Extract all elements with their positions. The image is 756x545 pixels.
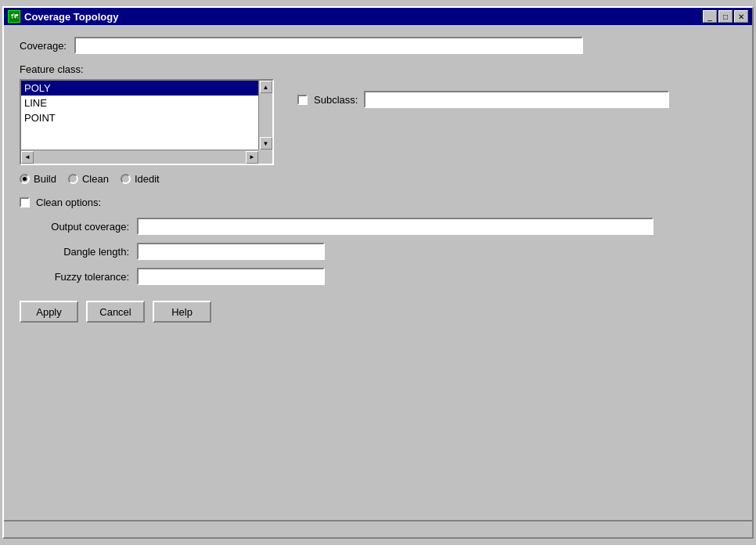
feature-class-section: Feature class: POLY LINE POINT ▲ ▼ xyxy=(20,63,736,165)
minimize-button[interactable]: _ xyxy=(703,10,717,23)
list-item-line[interactable]: LINE xyxy=(21,96,272,110)
clean-options-row: Clean options: xyxy=(20,197,736,208)
subclass-input[interactable] xyxy=(364,91,669,108)
coverage-input[interactable] xyxy=(74,37,583,54)
status-bar xyxy=(4,520,752,537)
dangle-length-label: Dangle length: xyxy=(20,246,129,258)
fuzzy-tolerance-input[interactable] xyxy=(137,268,325,285)
title-bar: 🗺 Coverage Topology _ □ ✕ xyxy=(4,8,752,25)
window-icon: 🗺 xyxy=(8,10,20,23)
radio-build[interactable]: Build xyxy=(20,173,56,185)
horizontal-scrollbar[interactable]: ◄ ► xyxy=(21,150,258,164)
dangle-length-row: Dangle length: xyxy=(20,243,736,260)
radio-idedit-button[interactable] xyxy=(121,174,131,184)
radio-build-label: Build xyxy=(34,173,56,185)
radio-build-button[interactable] xyxy=(20,174,30,184)
clean-options-checkbox[interactable] xyxy=(20,197,30,208)
feature-class-row: POLY LINE POINT ▲ ▼ ◄ ► xyxy=(20,79,736,165)
help-button[interactable]: Help xyxy=(153,301,211,323)
output-coverage-row: Output coverage: xyxy=(20,218,736,235)
fuzzy-tolerance-label: Fuzzy tolerance: xyxy=(20,271,129,283)
list-item-point[interactable]: POINT xyxy=(21,110,272,125)
radio-clean-label: Clean xyxy=(82,173,109,185)
subclass-section: Subclass: xyxy=(297,79,669,108)
maximize-button[interactable]: □ xyxy=(718,10,733,23)
title-bar-left: 🗺 Coverage Topology xyxy=(8,10,118,23)
feature-class-label: Feature class: xyxy=(20,63,736,75)
form-content: Coverage: Feature class: POLY LINE POINT… xyxy=(4,25,752,334)
dangle-length-input[interactable] xyxy=(137,243,325,260)
output-coverage-input[interactable] xyxy=(137,218,653,235)
subclass-checkbox[interactable] xyxy=(297,95,308,105)
title-buttons: _ □ ✕ xyxy=(703,10,748,23)
radio-clean[interactable]: Clean xyxy=(68,173,109,185)
clean-options-label: Clean options: xyxy=(36,197,101,208)
apply-button[interactable]: Apply xyxy=(20,301,78,323)
subclass-label: Subclass: xyxy=(314,94,358,106)
coverage-row: Coverage: xyxy=(20,37,736,54)
listbox-items: POLY LINE POINT xyxy=(21,81,272,150)
radio-idedit[interactable]: Idedit xyxy=(121,173,160,185)
output-coverage-label: Output coverage: xyxy=(20,221,129,233)
buttons-row: Apply Cancel Help xyxy=(20,301,736,323)
subclass-row: Subclass: xyxy=(297,91,669,108)
close-button[interactable]: ✕ xyxy=(734,10,748,23)
scroll-down-button[interactable]: ▼ xyxy=(260,137,272,150)
list-item-poly[interactable]: POLY xyxy=(21,81,272,96)
vertical-scrollbar[interactable]: ▲ ▼ xyxy=(258,81,272,150)
radio-idedit-label: Idedit xyxy=(135,173,160,185)
radio-row: Build Clean Idedit xyxy=(20,173,736,185)
coverage-label: Coverage: xyxy=(20,40,67,52)
scroll-right-button[interactable]: ► xyxy=(246,151,258,164)
cancel-button[interactable]: Cancel xyxy=(86,301,145,323)
scroll-left-button[interactable]: ◄ xyxy=(21,151,34,164)
feature-class-listbox[interactable]: POLY LINE POINT ▲ ▼ ◄ ► xyxy=(20,79,274,165)
fuzzy-tolerance-row: Fuzzy tolerance: xyxy=(20,268,736,285)
scrollbar-corner xyxy=(258,150,272,164)
main-window: 🗺 Coverage Topology _ □ ✕ Coverage: Feat… xyxy=(2,6,754,539)
window-title: Coverage Topology xyxy=(24,11,118,23)
scroll-up-button[interactable]: ▲ xyxy=(260,81,272,93)
radio-clean-button[interactable] xyxy=(68,174,78,184)
